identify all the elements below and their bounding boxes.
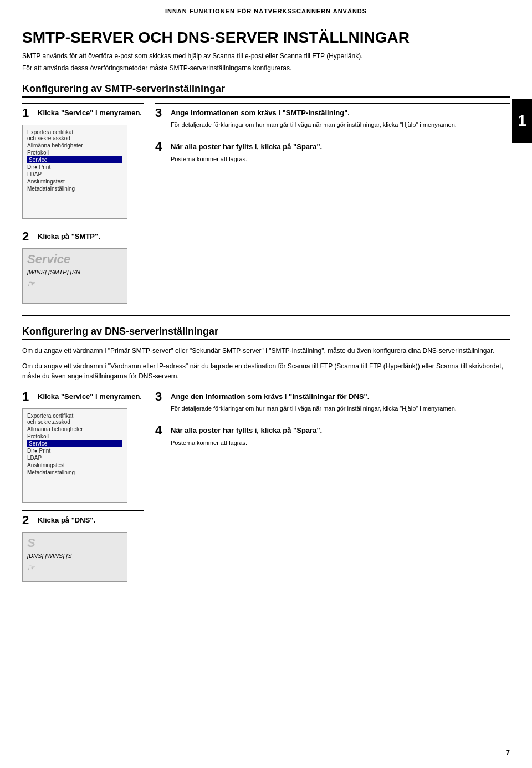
- menu-item-4: Dir● Print: [27, 163, 122, 171]
- dns-menu-item-5: LDAP: [27, 454, 122, 462]
- menu-item-2: Protokoll: [27, 149, 122, 156]
- dns-section-heading: Konfigurering av DNS-serverinställningar: [22, 326, 510, 340]
- dns-step1: 1 Klicka "Service" i menyramen.: [22, 391, 144, 403]
- menu-item-7: Metadatainställning: [27, 185, 122, 192]
- intro-line2: För att använda dessa överföringsmetoder…: [22, 63, 510, 73]
- dns-menu-list: Exportera certifikatoch sekretasskod All…: [27, 412, 122, 476]
- smtp-step4-text: När alla poster har fyllts i, klicka på …: [171, 142, 322, 152]
- smtp-step1-text: Klicka "Service" i menyramen.: [38, 108, 142, 118]
- dns-step4-sub: Posterna kommer att lagras.: [171, 438, 322, 448]
- smtp-step2-screenshot: Service [WINS] [SMTP] [SN ☞: [22, 248, 127, 304]
- dns-menu-item-1: Allmänna behörigheter: [27, 426, 122, 433]
- dns-menu-item-4: Dir● Print: [27, 447, 122, 454]
- dns-step3-sub: För detaljerade förklaringar om hur man …: [171, 404, 457, 413]
- smtp-step3-text: Ange informationen som krävs i "SMTP-ins…: [171, 108, 457, 118]
- main-title: SMTP-SERVER OCH DNS-SERVER INSTÄLLNINGAR: [22, 29, 510, 47]
- menu-item-0: Exportera certifikatoch sekretasskod: [27, 129, 122, 142]
- dns-tabs: [DNS] [WINS] [S: [27, 552, 122, 559]
- dns-step4-number: 4: [155, 424, 171, 437]
- dns-intro1: Om du angav ett värdnamn i "Primär SMTP-…: [22, 346, 510, 356]
- smtp-step1-number: 1: [22, 107, 38, 119]
- intro-line1: SMTP används för att överföra e-post som…: [22, 51, 510, 61]
- dns-menu-item-6: Anslutningstest: [27, 462, 122, 469]
- smtp-step2-number: 2: [22, 231, 38, 243]
- smtp-step4-number: 4: [155, 141, 171, 153]
- main-content: SMTP-SERVER OCH DNS-SERVER INSTÄLLNINGAR…: [0, 29, 532, 582]
- dns-step3-text: Ange den information som krävs i "Instäl…: [171, 392, 457, 402]
- dns-step4-text: När alla poster har fyllts i, klicka på …: [171, 426, 322, 436]
- smtp-step3-sub: För detaljerade förklaringar om hur man …: [171, 120, 457, 130]
- dns-divider: [22, 315, 510, 316]
- smtp-step3: 3 Ange informationen som krävs i "SMTP-i…: [155, 107, 510, 130]
- dns-menu-item-7: Metadatainställning: [27, 469, 122, 476]
- dns-menu-item-2: Protokoll: [27, 433, 122, 440]
- dns-step2-screenshot: S [DNS] [WINS] [S ☞: [22, 532, 127, 582]
- dns-step1-screenshot: Exportera certifikatoch sekretasskod All…: [22, 408, 127, 503]
- dns-step4: 4 När alla poster har fyllts i, klicka p…: [155, 424, 510, 447]
- dns-intro2: Om du angav ett värdnamn i "Värdnamn ell…: [22, 361, 510, 381]
- dns-step3-number: 3: [155, 391, 171, 403]
- smtp-step4-sub: Posterna kommer att lagras.: [171, 155, 322, 164]
- dns-left-col: 1 Klicka "Service" i menyramen. Exporter…: [22, 387, 144, 582]
- page-number: 7: [506, 749, 510, 757]
- dns-steps-layout: 1 Klicka "Service" i menyramen. Exporter…: [22, 387, 510, 582]
- smtp-step4: 4 När alla poster har fyllts i, klicka p…: [155, 141, 510, 163]
- smtp-right-col: 3 Ange informationen som krävs i "SMTP-i…: [155, 103, 510, 304]
- service-title: Service: [27, 252, 122, 267]
- smtp-step3-number: 3: [155, 107, 171, 119]
- dns-step1-number: 1: [22, 391, 38, 403]
- page-header: INNAN FUNKTIONEN FÖR NÄTVERKSSCANNERN AN…: [0, 0, 532, 19]
- dns-screenshot-title: S: [27, 536, 122, 550]
- smtp-steps-layout: 1 Klicka "Service" i menyramen. Exporter…: [22, 103, 510, 304]
- dns-menu-item-3-highlighted: Service: [27, 440, 122, 447]
- dns-menu-item-0: Exportera certifikatoch sekretasskod: [27, 412, 122, 426]
- smtp-step1: 1 Klicka "Service" i menyramen.: [22, 107, 144, 119]
- dns-step2-number: 2: [22, 514, 38, 526]
- menu-item-6: Anslutningstest: [27, 178, 122, 185]
- chapter-badge: 1: [512, 99, 532, 143]
- dns-step3: 3 Ange den information som krävs i "Inst…: [155, 391, 510, 413]
- menu-item-5: LDAP: [27, 171, 122, 178]
- dns-step2-text: Klicka på "DNS".: [38, 515, 95, 525]
- header-title: INNAN FUNKTIONEN FÖR NÄTVERKSSCANNERN AN…: [165, 8, 367, 14]
- smtp-section-heading: Konfigurering av SMTP-serverinställninga…: [22, 83, 510, 98]
- smtp-step2-text: Klicka på "SMTP".: [38, 232, 100, 242]
- smtp-step1-screenshot: Exportera certifikatoch sekretasskod All…: [22, 125, 127, 219]
- smtp-menu-list: Exportera certifikatoch sekretasskod All…: [27, 129, 122, 192]
- menu-item-1: Allmänna behörigheter: [27, 142, 122, 149]
- smtp-left-col: 1 Klicka "Service" i menyramen. Exporter…: [22, 103, 144, 304]
- smtp-tabs: [WINS] [SMTP] [SN: [27, 269, 122, 275]
- dns-step2: 2 Klicka på "DNS".: [22, 514, 144, 526]
- menu-item-3-highlighted: Service: [27, 156, 122, 163]
- dns-right-col: 3 Ange den information som krävs i "Inst…: [155, 387, 510, 582]
- smtp-step2: 2 Klicka på "SMTP".: [22, 231, 144, 243]
- dns-step1-text: Klicka "Service" i menyramen.: [38, 392, 142, 402]
